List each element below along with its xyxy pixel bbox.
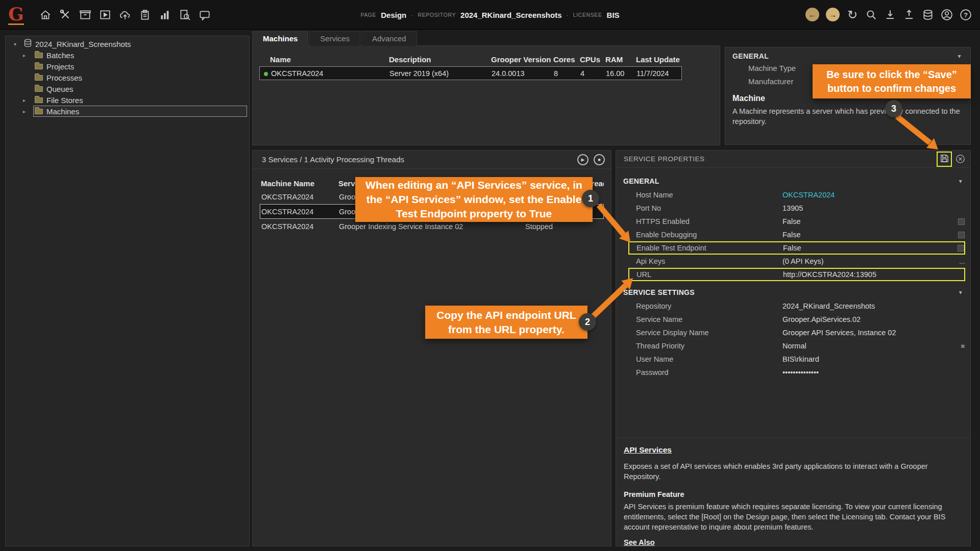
property-value[interactable]: Normal <box>782 342 949 350</box>
expand-arrow-icon[interactable]: ▸ <box>23 109 33 114</box>
archive-box-icon[interactable] <box>79 9 91 21</box>
help-icon[interactable]: ? <box>960 9 972 21</box>
machine-info-section-header[interactable]: GENERAL ▾ <box>725 47 970 61</box>
machines-table-row[interactable]: OKCSTRA2024Server 2019 (x64)24.0.0013841… <box>259 66 682 80</box>
section-header-general[interactable]: GENERAL▾ <box>616 174 970 188</box>
sidebar-item-projects[interactable]: Projects <box>6 61 249 72</box>
forward-button[interactable]: → <box>826 8 840 21</box>
property-value[interactable]: False <box>782 217 949 226</box>
tree-item-body[interactable]: Projects <box>33 61 247 72</box>
property-row-url[interactable]: URLhttp://OKCSTRA2024:13905 <box>628 268 965 281</box>
property-value[interactable]: Grooper.ApiServices.02 <box>782 315 949 323</box>
cell-ram: 16.00 <box>604 69 634 78</box>
column-header-last-update[interactable]: Last Update <box>634 55 682 64</box>
start-service-button[interactable]: ▶ <box>577 154 589 165</box>
document-search-icon[interactable] <box>179 9 191 21</box>
property-label: Service Name <box>636 315 782 323</box>
column-header-name[interactable]: Name <box>259 55 387 64</box>
bar-chart-icon[interactable] <box>159 9 171 21</box>
property-row-password[interactable]: Password•••••••••••••• <box>628 366 965 379</box>
expand-arrow-icon[interactable]: ▸ <box>23 53 33 58</box>
sidebar-item-file-stores[interactable]: ▸File Stores <box>6 94 249 106</box>
property-row-service-name[interactable]: Service NameGrooper.ApiServices.02 <box>628 313 965 326</box>
property-value[interactable]: •••••••••••••• <box>782 368 949 377</box>
checkbox[interactable] <box>958 218 965 225</box>
property-value[interactable]: False <box>783 244 949 252</box>
licensee-value[interactable]: BIS <box>607 11 620 19</box>
tree-item-body[interactable]: File Stores <box>33 94 247 106</box>
sidebar-item-root[interactable]: ▾ 2024_RKinard_Screenshots <box>6 38 249 49</box>
column-header-machine-name[interactable]: Machine Name <box>260 179 337 188</box>
property-label: Port No <box>636 204 782 212</box>
tab-advanced[interactable]: Advanced <box>361 31 417 46</box>
menu-icon[interactable]: ≡ <box>949 342 965 350</box>
tools-icon[interactable] <box>59 9 71 21</box>
property-row-https-enabled[interactable]: HTTPS EnabledFalse <box>628 215 965 228</box>
property-value[interactable]: False <box>782 231 949 239</box>
chat-icon[interactable] <box>199 9 211 21</box>
column-header-cores[interactable]: Cores <box>551 55 578 64</box>
package-export-icon[interactable] <box>99 9 111 21</box>
sidebar-item-batches[interactable]: ▸Batches <box>6 49 249 61</box>
column-header-description[interactable]: Description <box>387 55 489 64</box>
cloud-upload-icon[interactable] <box>119 9 131 21</box>
property-value[interactable]: 2024_RKinard_Screenshots <box>782 302 949 310</box>
database-icon[interactable] <box>922 9 934 21</box>
section-title: GENERAL <box>623 177 659 185</box>
column-header-grooper-version[interactable]: Grooper Version <box>489 55 551 64</box>
annotation-callout-3: Be sure to click the “Save” button to co… <box>813 64 971 98</box>
property-row-thread-priority[interactable]: Thread PriorityNormal≡ <box>628 339 965 353</box>
upload-icon[interactable] <box>903 9 915 21</box>
expand-arrow-icon[interactable]: ▾ <box>14 41 24 47</box>
clipboard-icon[interactable] <box>139 9 151 21</box>
cell-version: 24.0.0013 <box>489 69 552 78</box>
help-topic-link[interactable]: API Services <box>624 445 961 455</box>
back-button[interactable]: ← <box>805 8 819 21</box>
property-control <box>949 218 965 225</box>
chevron-down-icon[interactable]: ▾ <box>959 289 962 296</box>
tab-services[interactable]: Services <box>309 31 360 46</box>
checkbox[interactable] <box>958 232 965 238</box>
section-header-service-settings[interactable]: SERVICE SETTINGS▾ <box>616 285 970 299</box>
repository-value[interactable]: 2024_RKinard_Screenshots <box>460 11 561 19</box>
stop-service-button[interactable]: ■ <box>594 154 605 165</box>
ellipsis-button[interactable]: ... <box>949 258 965 265</box>
property-row-repository[interactable]: Repository2024_RKinard_Screenshots <box>628 299 965 313</box>
chevron-down-icon[interactable]: ▾ <box>959 178 962 185</box>
home-icon[interactable] <box>39 9 52 21</box>
property-label: Enable Test Endpoint <box>636 244 783 252</box>
tree-item-body[interactable]: Machines <box>33 106 247 117</box>
tree-item-body[interactable]: Processes <box>33 72 247 83</box>
property-value[interactable]: http://OKCSTRA2024:13905 <box>783 270 949 279</box>
download-icon[interactable] <box>884 9 896 21</box>
close-button[interactable] <box>955 154 965 164</box>
refresh-icon[interactable]: ↻ <box>846 9 859 21</box>
property-row-service-display-name[interactable]: Service Display NameGrooper API Services… <box>628 326 965 339</box>
column-header-cpus[interactable]: CPUs <box>578 55 603 64</box>
search-icon[interactable] <box>865 9 877 21</box>
property-value[interactable]: (0 API Keys) <box>782 257 949 265</box>
property-row-api-keys[interactable]: Api Keys(0 API Keys)... <box>628 255 965 268</box>
sidebar-item-processes[interactable]: Processes <box>6 72 249 83</box>
property-value[interactable]: 13905 <box>782 204 949 212</box>
property-row-enable-test-endpoint[interactable]: Enable Test EndpointFalse <box>628 241 965 255</box>
property-row-host-name[interactable]: Host NameOKCSTRA2024 <box>628 188 965 202</box>
property-row-user-name[interactable]: User NameBIS\rkinard <box>628 353 965 366</box>
expand-arrow-icon[interactable]: ▸ <box>23 97 33 103</box>
sidebar-item-machines[interactable]: ▸Machines <box>6 106 249 117</box>
tree-item-body[interactable]: Batches <box>33 49 247 61</box>
checkbox[interactable] <box>958 245 964 252</box>
property-row-port-no[interactable]: Port No13905 <box>628 202 965 215</box>
column-header-ram[interactable]: RAM <box>603 55 634 64</box>
tab-machines[interactable]: Machines <box>252 31 308 46</box>
property-value[interactable]: Grooper API Services, Instance 02 <box>782 329 949 337</box>
chevron-down-icon[interactable]: ▾ <box>958 53 961 60</box>
tree-item-body[interactable]: Queues <box>33 83 247 94</box>
folder-icon <box>35 86 43 92</box>
page-value[interactable]: Design <box>381 11 406 19</box>
property-row-enable-debugging[interactable]: Enable DebuggingFalse <box>628 228 965 241</box>
property-value[interactable]: OKCSTRA2024 <box>782 191 949 199</box>
sidebar-item-queues[interactable]: Queues <box>6 83 249 94</box>
user-icon[interactable] <box>941 9 953 21</box>
property-value[interactable]: BIS\rkinard <box>782 355 949 363</box>
